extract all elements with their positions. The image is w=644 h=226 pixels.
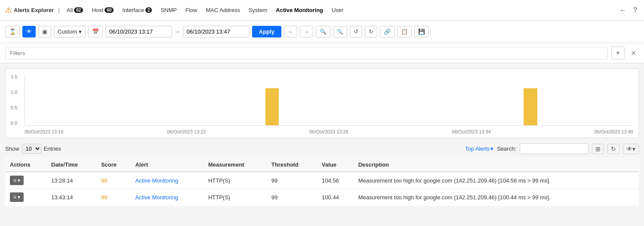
shift-left-button[interactable]: ← xyxy=(284,26,297,37)
square-button[interactable]: ▣ xyxy=(38,26,51,37)
cell-measurement-1: HTTP(S) xyxy=(204,172,267,189)
apply-button[interactable]: Apply xyxy=(252,26,281,37)
shift-right-button[interactable]: → xyxy=(300,26,313,37)
nav-item-active-monitoring[interactable]: Active Monitoring xyxy=(272,5,327,15)
nav-label-interface: Interface xyxy=(122,7,144,13)
nav-item-interface[interactable]: Interface 2 xyxy=(119,5,155,15)
toolbar: ⌛ 👁 ▣ Custom ▾ 📅 → Apply ← → 🔍 🔍 ↺ ↻ 🔗 📋… xyxy=(0,21,644,43)
cell-threshold-2: 99 xyxy=(267,189,317,206)
x-label-1: 06/Oct/2023 13:16 xyxy=(25,129,64,134)
nav-back-button[interactable]: ← xyxy=(618,5,628,16)
x-label-4: 06/Oct/2023 13:34 xyxy=(452,129,491,134)
col-header-datetime: Date/Time xyxy=(47,158,97,172)
cell-alert-2: Active Monitoring xyxy=(131,189,203,206)
col-header-measurement: Measurement xyxy=(204,158,267,172)
table-row: ≡ ▾ 13:28:14 50 Active Monitoring HTTP(S… xyxy=(6,172,639,189)
top-alerts-label: Top Alerts xyxy=(465,146,490,152)
search-label: Search: xyxy=(497,146,516,152)
filters-input[interactable] xyxy=(5,47,608,59)
table-header-row: Actions Date/Time Score Alert Measuremen… xyxy=(6,158,639,172)
col-header-alert: Alert xyxy=(131,158,203,172)
data-table: Actions Date/Time Score Alert Measuremen… xyxy=(5,158,639,206)
y-label-4: 0.0 xyxy=(11,121,23,126)
y-label-2: 1.0 xyxy=(11,90,23,95)
col-header-value: Value xyxy=(317,158,354,172)
chart-container: 1.5 1.0 0.5 0.0 06/Oct/2023 13:16 06/Oct… xyxy=(5,68,639,138)
nav-label-mac: MAC Address xyxy=(206,7,240,13)
nav-label-all: All xyxy=(67,7,73,13)
show-select[interactable]: 10 25 50 xyxy=(22,144,41,154)
entries-label: Entries xyxy=(44,146,61,152)
cell-value-2: 100.44 xyxy=(317,189,354,206)
nav-label-active-monitoring: Active Monitoring xyxy=(276,7,323,13)
top-alerts-chevron-icon: ▾ xyxy=(490,146,493,152)
nav-item-all[interactable]: All 62 xyxy=(63,5,87,15)
hourglass-button[interactable]: ⌛ xyxy=(5,26,20,37)
nav-help-button[interactable]: ? xyxy=(632,5,639,16)
table-row: ≡ ▾ 13:43:14 50 Active Monitoring HTTP(S… xyxy=(6,189,639,206)
calendar-icon[interactable]: 📅 xyxy=(88,26,103,37)
filters-add-button[interactable]: + xyxy=(611,46,625,59)
nav-item-user[interactable]: User xyxy=(328,5,347,15)
cell-actions-1: ≡ ▾ xyxy=(6,172,47,189)
download-button[interactable]: 💾 xyxy=(414,26,429,37)
time-arrow-icon: → xyxy=(175,28,180,35)
nav-badge-host: 60 xyxy=(105,7,114,13)
time-to-input[interactable] xyxy=(183,26,250,37)
nav-label-system: System xyxy=(249,7,267,13)
alert-link-1[interactable]: Active Monitoring xyxy=(135,177,178,184)
col-header-description: Description xyxy=(354,158,639,172)
chart-x-labels: 06/Oct/2023 13:16 06/Oct/2023 13:22 06/O… xyxy=(25,126,633,134)
nav-item-host[interactable]: Host 60 xyxy=(88,5,117,15)
col-header-score: Score xyxy=(97,158,131,172)
zoom-in-button[interactable]: 🔍 xyxy=(316,26,330,37)
redo-button[interactable]: ↻ xyxy=(365,26,377,37)
action-button-2[interactable]: ≡ ▾ xyxy=(10,192,24,202)
nav-right: ← ? xyxy=(618,5,639,16)
zoom-out-button[interactable]: 🔍 xyxy=(333,26,347,37)
nav-badge-interface: 2 xyxy=(145,7,152,13)
filters-bar: + ✕ xyxy=(0,43,644,63)
top-nav: ⚠ Alerts Explorer | All 62 Host 60 Inter… xyxy=(0,0,644,21)
time-from-input[interactable] xyxy=(105,26,172,37)
view-options-button[interactable]: 👁▾ xyxy=(623,144,639,154)
col-header-threshold: Threshold xyxy=(267,158,317,172)
search-input[interactable] xyxy=(520,143,589,154)
chart-y-labels: 1.5 1.0 0.5 0.0 xyxy=(11,74,23,126)
nav-item-system[interactable]: System xyxy=(245,5,271,15)
nav-label-flow: Flow xyxy=(185,7,197,13)
time-preset-select[interactable]: Custom ▾ xyxy=(54,26,86,37)
nav-item-flow[interactable]: Flow xyxy=(182,5,200,15)
alert-link-2[interactable]: Active Monitoring xyxy=(135,194,178,201)
eye-button[interactable]: 👁 xyxy=(22,26,36,37)
refresh-button[interactable]: ↻ xyxy=(607,144,619,154)
time-preset-label: Custom xyxy=(58,28,77,35)
chart-plot xyxy=(25,74,633,126)
cell-alert-1: Active Monitoring xyxy=(131,172,203,189)
copy-button[interactable]: 📋 xyxy=(397,26,412,37)
x-label-2: 06/Oct/2023 13:22 xyxy=(167,129,206,134)
col-header-actions: Actions xyxy=(6,158,47,172)
top-alerts-button[interactable]: Top Alerts ▾ xyxy=(465,146,493,152)
link-button[interactable]: 🔗 xyxy=(380,26,394,37)
nav-item-mac[interactable]: MAC Address xyxy=(202,5,243,15)
warn-icon: ⚠ xyxy=(5,6,11,14)
nav-separator: | xyxy=(58,7,60,13)
cell-description-1: Measurement too high for google.com (142… xyxy=(354,172,639,189)
show-entries: Show 10 25 50 Entries xyxy=(5,144,61,154)
cell-measurement-2: HTTP(S) xyxy=(204,189,267,206)
cell-score-2: 50 xyxy=(97,189,131,206)
show-label: Show xyxy=(5,146,19,152)
nav-badge-all: 62 xyxy=(74,7,83,13)
filters-close-button[interactable]: ✕ xyxy=(628,48,639,58)
table-right: Top Alerts ▾ Search: ⊞ ↻ 👁▾ xyxy=(465,143,639,154)
nav-item-snmp[interactable]: SNMP xyxy=(157,5,180,15)
column-toggle-button[interactable]: ⊞ xyxy=(592,144,604,154)
cell-score-1: 50 xyxy=(97,172,131,189)
cell-description-2: Measurement too high for google.com (142… xyxy=(354,189,639,206)
cell-actions-2: ≡ ▾ xyxy=(6,189,47,206)
action-button-1[interactable]: ≡ ▾ xyxy=(10,176,24,185)
undo-button[interactable]: ↺ xyxy=(350,26,362,37)
cell-datetime-2: 13:43:14 xyxy=(47,189,97,206)
cell-value-1: 104.56 xyxy=(317,172,354,189)
